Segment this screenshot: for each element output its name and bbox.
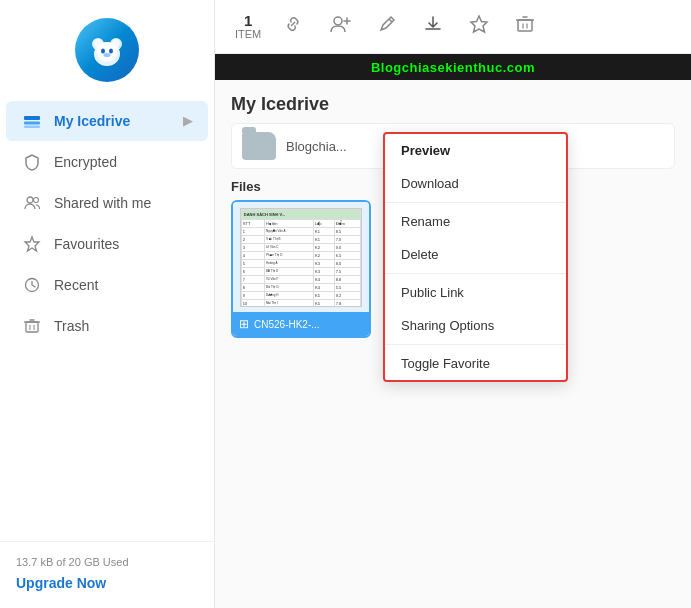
svg-marker-23 bbox=[471, 16, 487, 32]
svg-point-5 bbox=[109, 49, 113, 54]
storage-info: 13.7 kB of 20 GB Used bbox=[16, 556, 198, 568]
context-menu-preview[interactable]: Preview bbox=[385, 134, 566, 167]
sidebar-item-favourites[interactable]: Favourites bbox=[6, 224, 208, 264]
layers-icon bbox=[22, 111, 42, 131]
item-count: 1 ITEM bbox=[235, 13, 261, 40]
add-user-icon[interactable] bbox=[325, 10, 355, 43]
spreadsheet-icon: ⊞ bbox=[239, 317, 249, 331]
svg-point-7 bbox=[94, 39, 102, 47]
content-area: My Icedrive Blogchia... Files DANH SÁCH … bbox=[215, 54, 691, 608]
sidebar-item-recent-label: Recent bbox=[54, 277, 98, 293]
context-menu-download[interactable]: Download bbox=[385, 167, 566, 200]
sidebar-item-my-icedrive-label: My Icedrive bbox=[54, 113, 130, 129]
bear-icon bbox=[85, 28, 129, 72]
svg-line-22 bbox=[389, 19, 392, 22]
svg-point-12 bbox=[27, 197, 33, 203]
count-label: ITEM bbox=[235, 28, 261, 40]
upgrade-now-button[interactable]: Upgrade Now bbox=[16, 575, 106, 591]
watermark-banner: Blogchiasekienthuc.com bbox=[215, 54, 691, 80]
logo bbox=[75, 18, 139, 82]
context-menu-divider-3 bbox=[385, 344, 566, 345]
svg-point-6 bbox=[104, 53, 111, 57]
context-menu-rename[interactable]: Rename bbox=[385, 205, 566, 238]
download-icon[interactable] bbox=[419, 10, 447, 43]
context-menu-sharing-options[interactable]: Sharing Options bbox=[385, 309, 566, 342]
context-menu-public-link[interactable]: Public Link bbox=[385, 276, 566, 309]
file-card[interactable]: DANH SÁCH SINH V... STTHọ tênLớpĐiểm 1Ng… bbox=[231, 200, 371, 338]
svg-rect-11 bbox=[24, 126, 40, 129]
context-menu-divider-2 bbox=[385, 273, 566, 274]
star-toolbar-icon[interactable] bbox=[465, 10, 493, 43]
sidebar-item-recent[interactable]: Recent bbox=[6, 265, 208, 305]
sidebar-item-encrypted[interactable]: Encrypted bbox=[6, 142, 208, 182]
svg-rect-16 bbox=[26, 322, 38, 332]
clock-icon bbox=[22, 275, 42, 295]
link-icon[interactable] bbox=[279, 10, 307, 43]
users-icon bbox=[22, 193, 42, 213]
sidebar-item-trash-label: Trash bbox=[54, 318, 89, 334]
svg-rect-9 bbox=[24, 116, 40, 120]
svg-point-8 bbox=[112, 39, 120, 47]
file-name: CN526-HK2-... bbox=[254, 319, 320, 330]
file-card-footer: ⊞ CN526-HK2-... bbox=[233, 312, 369, 336]
svg-point-13 bbox=[34, 198, 39, 203]
sidebar-item-my-icedrive[interactable]: My Icedrive ▶ bbox=[6, 101, 208, 141]
context-menu: Preview Download Rename Delete Public Li… bbox=[383, 132, 568, 382]
folder-icon bbox=[242, 132, 276, 160]
count-number: 1 bbox=[244, 13, 252, 28]
sidebar-navigation: My Icedrive ▶ Encrypted Shared bbox=[0, 96, 214, 541]
sidebar-item-encrypted-label: Encrypted bbox=[54, 154, 117, 170]
file-thumbnail: DANH SÁCH SINH V... STTHọ tênLớpĐiểm 1Ng… bbox=[233, 202, 369, 312]
sidebar-item-favourites-label: Favourites bbox=[54, 236, 119, 252]
sidebar-item-shared-with-me[interactable]: Shared with me bbox=[6, 183, 208, 223]
main-content: 1 ITEM bbox=[215, 0, 691, 608]
trash-icon bbox=[22, 316, 42, 336]
context-menu-delete[interactable]: Delete bbox=[385, 238, 566, 271]
sidebar-item-shared-label: Shared with me bbox=[54, 195, 151, 211]
svg-rect-24 bbox=[518, 20, 532, 31]
chevron-right-icon: ▶ bbox=[183, 114, 192, 128]
sidebar-item-trash[interactable]: Trash bbox=[6, 306, 208, 346]
logo-area bbox=[0, 0, 214, 96]
svg-marker-14 bbox=[25, 237, 39, 251]
watermark-text: Blogchiasekienthuc.com bbox=[371, 60, 535, 75]
sidebar-footer: 13.7 kB of 20 GB Used Upgrade Now bbox=[0, 541, 214, 608]
page-title: My Icedrive bbox=[231, 94, 675, 115]
sidebar: My Icedrive ▶ Encrypted Shared bbox=[0, 0, 215, 608]
context-menu-toggle-favorite[interactable]: Toggle Favorite bbox=[385, 347, 566, 380]
context-menu-divider-1 bbox=[385, 202, 566, 203]
svg-point-4 bbox=[101, 49, 105, 54]
folder-name: Blogchia... bbox=[286, 139, 347, 154]
star-icon bbox=[22, 234, 42, 254]
edit-icon[interactable] bbox=[373, 10, 401, 43]
svg-point-19 bbox=[334, 17, 342, 25]
shield-icon bbox=[22, 152, 42, 172]
delete-toolbar-icon[interactable] bbox=[511, 10, 539, 43]
toolbar: 1 ITEM bbox=[215, 0, 691, 54]
svg-rect-10 bbox=[24, 122, 40, 125]
file-preview-table: DANH SÁCH SINH V... STTHọ tênLớpĐiểm 1Ng… bbox=[240, 208, 362, 307]
